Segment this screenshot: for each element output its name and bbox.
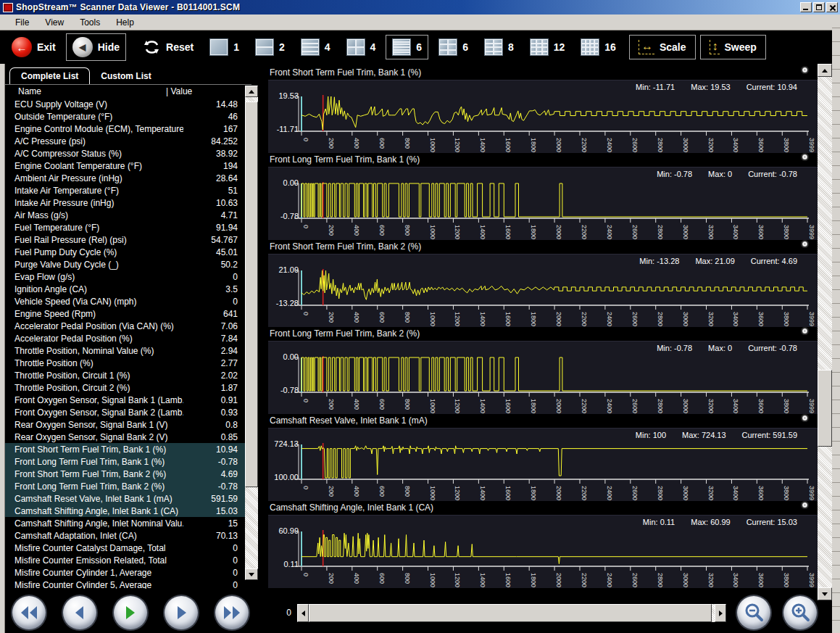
layout-4x3-button[interactable]: 12	[524, 36, 571, 59]
name-column-header[interactable]: Name	[18, 86, 41, 96]
layout-2x2-button[interactable]: 4	[341, 36, 382, 59]
parameter-row[interactable]: Misfire Counter Catalyst Damage, Total0	[5, 542, 245, 554]
parameter-row[interactable]: Front Oxygen Sensor, Signal Bank 2 (Lamb…	[5, 406, 245, 418]
parameter-row[interactable]: Purge Valve Duty Cycle (_)50.2	[5, 258, 245, 270]
graph-record-icon[interactable]	[802, 415, 807, 421]
parameter-row[interactable]: Intake Air Temperature (°F)51	[5, 184, 245, 196]
graph-plot[interactable]: Min: -0.78Max: 0Current: -0.780.00-0.780…	[268, 167, 818, 240]
svg-text:3800: 3800	[783, 225, 790, 239]
list-scrollbar[interactable]	[245, 86, 258, 580]
parameter-row[interactable]: Throttle Position, Circuit 2 (%)1.87	[5, 381, 245, 394]
parameter-row[interactable]: Air Mass (g/s)4.71	[5, 209, 245, 221]
parameter-row[interactable]: Accelerator Pedal Position (%)7.84	[5, 332, 245, 344]
menu-tools[interactable]: Tools	[72, 16, 108, 29]
parameter-row[interactable]: ECU Supply Voltage (V)14.48	[5, 98, 245, 110]
layout-1x1-button[interactable]: 1	[204, 36, 245, 59]
parameter-row[interactable]: Ignition Angle (CA)3.5	[5, 283, 245, 295]
parameter-row[interactable]: Fuel Pump Duty Cycle (%)45.01	[5, 246, 245, 258]
graph-record-icon[interactable]	[802, 241, 807, 247]
list-scroll-down-button[interactable]	[245, 568, 258, 580]
parameter-row[interactable]: Fuel Temperature (°F)91.94	[5, 221, 245, 233]
parameter-row[interactable]: Camshaft Shifting Angle, Inlet Nominal V…	[5, 517, 245, 529]
close-button[interactable]	[826, 2, 838, 12]
list-scrollbar-thumb[interactable]	[245, 102, 258, 487]
graph-record-icon[interactable]	[802, 154, 807, 160]
parameter-row[interactable]: A/C Compressor Status (%)38.92	[5, 147, 245, 160]
parameter-row[interactable]: Camshaft Reset Valve, Inlet Bank 1 (mA)5…	[5, 492, 245, 505]
parameter-row[interactable]: Misfire Counter Cylinder 1, Average0	[5, 566, 245, 579]
hscroll-left-button[interactable]	[297, 604, 309, 622]
hscroll-right-button[interactable]	[715, 604, 726, 622]
menu-help[interactable]: Help	[108, 16, 142, 29]
parameter-value: 38.92	[183, 149, 245, 159]
parameter-row[interactable]: A/C Pressure (psi)84.252	[5, 135, 245, 147]
menu-view[interactable]: View	[37, 16, 72, 29]
parameter-row[interactable]: Camshaft Shifting Angle, Inlet Bank 1 (C…	[5, 505, 245, 517]
sweep-button[interactable]: ↕ Sweep	[700, 35, 766, 59]
parameter-row[interactable]: Throttle Position, Circuit 1 (%)2.02	[5, 369, 245, 381]
parameter-row[interactable]: Front Long Term Fuel Trim, Bank 2 (%)-0.…	[5, 480, 245, 492]
exit-button[interactable]: ← Exit	[6, 34, 62, 60]
parameter-row[interactable]: Engine Speed (Rpm)641	[5, 307, 245, 320]
parameter-row[interactable]: Engine Control Module (ECM), Temperature…	[5, 123, 245, 135]
parameter-row[interactable]: Vehicle Speed (Via CAN) (mph)0	[5, 295, 245, 307]
parameter-row[interactable]: Misfire Counter Cylinder 5, Average0	[5, 579, 245, 589]
parameter-row[interactable]: Front Short Term Fuel Trim, Bank 1 (%)10…	[5, 443, 245, 455]
tab-custom-list[interactable]: Custom List	[90, 68, 162, 84]
parameter-row[interactable]: Throttle Position, Nominal Value (%)2.94	[5, 344, 245, 357]
graph-plot[interactable]: Min: -11.71Max: 19.53Current: 10.9419.53…	[268, 80, 818, 153]
minimize-button[interactable]	[800, 2, 812, 12]
scale-button[interactable]: ↔ Scale	[629, 35, 696, 59]
parameter-row[interactable]: Front Short Term Fuel Trim, Bank 2 (%)4.…	[5, 468, 245, 480]
layout-4x4-button[interactable]: 16	[575, 36, 622, 59]
value-column-header[interactable]: | Value	[166, 86, 192, 96]
parameter-row[interactable]: Engine Coolant Temperature (°F)194	[5, 160, 245, 172]
parameter-row[interactable]: Rear Oxygen Sensor, Signal Bank 2 (V)0.8…	[5, 431, 245, 443]
layout-3x2-button[interactable]: 6	[433, 36, 474, 59]
graphs-vertical-scrollbar[interactable]	[818, 64, 832, 600]
graph-plot[interactable]: Min: 0.11Max: 60.99Current: 15.0360.990.…	[268, 515, 818, 588]
vscroll-trough[interactable]	[818, 64, 832, 600]
hide-button[interactable]: ◀ Hide	[66, 33, 126, 61]
hscroll-thumb[interactable]	[309, 604, 712, 622]
parameter-row[interactable]: Intake Air Pressure (inHg)10.63	[5, 196, 245, 209]
parameter-row[interactable]: Accelerator Pedal Position (Via CAN) (%)…	[5, 320, 245, 332]
graph-record-icon[interactable]	[802, 328, 807, 334]
maximize-button[interactable]	[813, 2, 825, 12]
parameter-row[interactable]: Ambient Air Pressure (inHg)28.64	[5, 172, 245, 184]
graph-record-icon[interactable]	[802, 502, 807, 508]
playback-scrollbar[interactable]	[297, 604, 726, 622]
skip-to-start-button[interactable]	[12, 596, 46, 629]
layout-2x1-button[interactable]: 2	[249, 36, 291, 59]
tab-complete-list[interactable]: Complete List	[9, 67, 90, 84]
zoom-in-button[interactable]	[783, 596, 817, 629]
layout-4x1-button[interactable]: 4	[295, 36, 336, 59]
menu-file[interactable]: File	[7, 16, 37, 29]
graph-plot[interactable]: Min: -13.28Max: 21.09Current: 4.6921.09-…	[268, 254, 818, 327]
parameter-row[interactable]: Front Long Term Fuel Trim, Bank 1 (%)-0.…	[5, 455, 245, 468]
play-button[interactable]	[114, 596, 147, 629]
title-bar[interactable]: ShopStream™ Scanner Data Viewer - B01140…	[0, 0, 840, 15]
reset-button[interactable]: Reset	[136, 35, 199, 59]
graph-record-icon[interactable]	[802, 67, 807, 73]
zoom-out-button[interactable]	[737, 596, 770, 629]
parameter-row[interactable]: Outside Temperature (°F)46	[5, 110, 245, 123]
parameter-row[interactable]: Fuel Rail Pressure (Rel) (psi)54.767	[5, 233, 245, 246]
parameter-row[interactable]: Evap Flow (g/s)0	[5, 270, 245, 283]
parameter-row[interactable]: Misfire Counter Emission Related, Total0	[5, 554, 245, 566]
vscroll-down-button[interactable]	[818, 587, 832, 600]
layout-6x1-button[interactable]: 6	[386, 35, 428, 59]
vscroll-thumb[interactable]	[818, 370, 832, 447]
layout-4x2-button[interactable]: 8	[478, 36, 520, 59]
graph-plot[interactable]: Min: 100Max: 724.13Current: 591.59724.13…	[268, 428, 818, 501]
step-forward-button[interactable]	[165, 596, 198, 629]
graph-plot[interactable]: Min: -0.78Max: 0Current: -0.780.00-0.780…	[268, 341, 818, 414]
skip-to-end-button[interactable]	[215, 596, 249, 629]
parameter-row[interactable]: Rear Oxygen Sensor, Signal Bank 1 (V)0.8	[5, 418, 245, 431]
parameter-row[interactable]: Camshaft Adaptation, Inlet (CA)70.13	[5, 529, 245, 542]
vscroll-up-button[interactable]	[818, 64, 832, 77]
parameter-row[interactable]: Front Oxygen Sensor, Signal Bank 1 (Lamb…	[5, 394, 245, 406]
list-scroll-up-button[interactable]	[245, 86, 258, 97]
parameter-row[interactable]: Throttle Position (%)2.77	[5, 357, 245, 369]
step-back-button[interactable]	[63, 596, 96, 629]
